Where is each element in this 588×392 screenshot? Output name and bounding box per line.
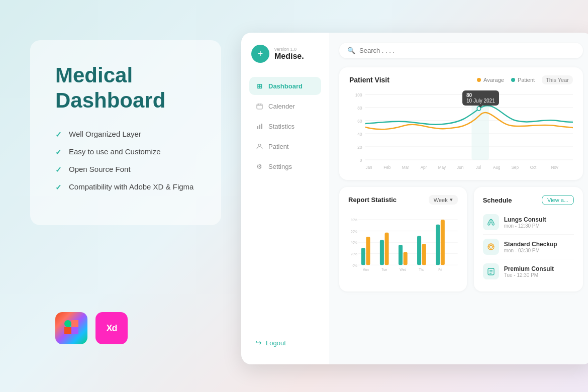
nav-label-dashboard: Dashboard <box>268 82 303 90</box>
svg-text:80%: 80% <box>351 218 357 222</box>
search-bar[interactable]: 🔍 <box>339 43 583 58</box>
logout-button[interactable]: ↪ Logout <box>249 333 321 352</box>
schedule-name: Premium Consult <box>504 265 554 272</box>
svg-text:Tue: Tue <box>381 268 387 271</box>
legend-average: Avarage <box>477 77 504 83</box>
svg-rect-2 <box>71 320 78 327</box>
svg-rect-52 <box>385 233 389 265</box>
schedule-item-standard: Standard Checkup mon - 03:30 PM <box>483 235 574 259</box>
main-content: 🔍 Patient Visit Avarage Patient This Yea… <box>329 33 588 364</box>
svg-text:Mon: Mon <box>362 268 369 271</box>
search-input[interactable] <box>359 47 575 54</box>
dot-patient <box>511 78 515 82</box>
svg-text:Sep: Sep <box>511 165 519 170</box>
week-dropdown[interactable]: Week ▾ <box>429 195 458 205</box>
chart-title: Patient Visit <box>349 76 389 84</box>
svg-rect-1 <box>64 320 71 327</box>
svg-rect-3 <box>64 327 71 334</box>
svg-text:Thu: Thu <box>419 268 425 271</box>
check-icon: ✓ <box>55 148 62 157</box>
nav-label-calender: Calender <box>268 103 295 110</box>
svg-rect-54 <box>404 252 408 265</box>
brand-row: + version 1.0 Medise. <box>249 45 321 63</box>
xd-label: Xd <box>106 323 117 334</box>
nav-item-patient[interactable]: Patient <box>249 137 321 155</box>
main-heading: Medical Dashboard <box>55 63 196 114</box>
nav-item-statistics[interactable]: Statistics <box>249 117 321 135</box>
nav-items: ⊞ Dashboard Calender <box>249 77 321 333</box>
patient-visit-svg: 100 80 60 40 20 0 Jan <box>349 89 573 170</box>
chart-header: Patient Visit Avarage Patient This Year <box>349 75 573 84</box>
svg-text:Fri: Fri <box>438 268 442 271</box>
schedule-name: Standard Checkup <box>504 241 557 248</box>
svg-text:20: 20 <box>357 145 362 150</box>
svg-rect-50 <box>366 237 370 265</box>
feature-list: ✓ Well Organized Layer ✓ Easy to use and… <box>55 130 196 192</box>
svg-text:Jul: Jul <box>476 165 481 170</box>
svg-text:Apr: Apr <box>421 165 427 170</box>
patient-visit-card: Patient Visit Avarage Patient This Year … <box>339 67 583 180</box>
svg-rect-53 <box>399 245 403 265</box>
lungs-icon <box>483 214 499 230</box>
left-panel: Medical Dashboard ✓ Well Organized Layer… <box>30 40 221 225</box>
svg-rect-57 <box>436 225 440 265</box>
svg-text:Wed: Wed <box>400 268 407 271</box>
figma-logo <box>55 312 87 344</box>
nav-label-patient: Patient <box>268 143 288 150</box>
logout-label: Logout <box>266 339 286 347</box>
logout-icon: ↪ <box>255 338 262 347</box>
svg-text:0%: 0% <box>352 264 357 267</box>
schedule-item-premium: Premium Consult Tue - 12:30 PM <box>483 259 574 283</box>
schedule-time: Tue - 12:30 PM <box>504 272 554 278</box>
svg-text:Aug: Aug <box>493 165 501 170</box>
report-header: Report Statistic Week ▾ <box>348 195 458 205</box>
svg-rect-4 <box>71 327 78 334</box>
dot-average <box>477 78 481 82</box>
chart-svg-wrap: 80 10 July 2021 100 80 60 40 20 <box>349 89 573 172</box>
svg-rect-49 <box>361 248 365 265</box>
nav-label-statistics: Statistics <box>268 123 295 130</box>
nav-item-settings[interactable]: ⚙ Settings <box>249 157 321 175</box>
feature-item: ✓ Well Organized Layer <box>55 130 196 139</box>
nav-item-calender[interactable]: Calender <box>249 97 321 115</box>
tooltip-bubble: 80 10 July 2021 <box>462 90 499 106</box>
dashboard-icon: ⊞ <box>255 82 263 90</box>
patient-icon <box>255 142 263 150</box>
chevron-down-icon: ▾ <box>450 197 453 203</box>
svg-point-66 <box>489 245 493 248</box>
svg-rect-9 <box>257 126 258 129</box>
svg-text:Oct: Oct <box>530 165 537 170</box>
bottom-row: Report Statistic Week ▾ 80% 60% 40% 20% … <box>339 187 583 291</box>
brand-icon: + <box>251 45 269 63</box>
svg-rect-5 <box>257 104 262 109</box>
dashboard-card: + version 1.0 Medise. ⊞ Dashboard <box>241 33 588 364</box>
checkup-icon <box>483 239 499 255</box>
schedule-card: Schedule View a... Lungs Consult mon - 1… <box>474 187 583 291</box>
svg-rect-56 <box>422 244 426 265</box>
feature-item: ✓ Compatibility with Adobe XD & Figma <box>55 182 196 192</box>
nav-label-settings: Settings <box>268 163 292 170</box>
svg-text:0: 0 <box>360 158 362 163</box>
svg-text:60%: 60% <box>351 230 357 233</box>
view-all-button[interactable]: View a... <box>542 195 574 205</box>
svg-rect-58 <box>441 220 445 265</box>
brand-name: Medise. <box>274 52 304 61</box>
sidebar: + version 1.0 Medise. ⊞ Dashboard <box>241 33 329 364</box>
nav-item-dashboard[interactable]: ⊞ Dashboard <box>249 77 321 95</box>
report-statistic-svg: 80% 60% 40% 20% 0% <box>348 210 458 280</box>
schedule-time: mon - 03:30 PM <box>504 248 557 253</box>
svg-text:100: 100 <box>355 92 362 97</box>
svg-text:40: 40 <box>357 132 362 137</box>
settings-icon: ⚙ <box>255 162 263 170</box>
svg-text:60: 60 <box>357 119 362 124</box>
schedule-info-premium: Premium Consult Tue - 12:30 PM <box>504 265 554 278</box>
svg-text:Jan: Jan <box>365 165 372 170</box>
svg-text:May: May <box>438 165 446 170</box>
feature-item: ✓ Open Source Font <box>55 165 196 174</box>
svg-text:Nov: Nov <box>551 165 558 170</box>
schedule-time: mon - 12:30 PM <box>504 223 546 229</box>
logos-row: Xd <box>55 312 128 344</box>
svg-rect-11 <box>261 124 262 129</box>
brand-version: version 1.0 <box>274 47 304 52</box>
svg-text:Mar: Mar <box>402 165 409 170</box>
